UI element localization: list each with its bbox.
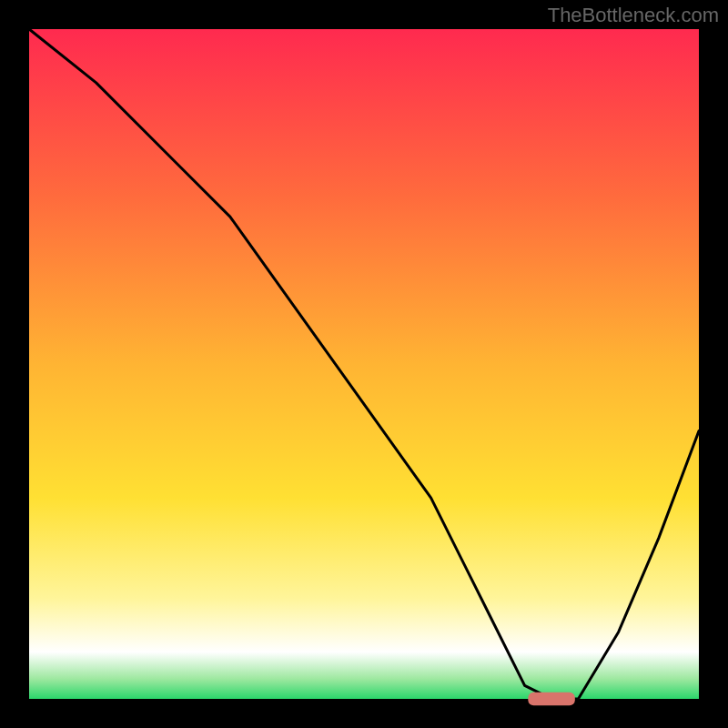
bottleneck-chart [0, 0, 728, 728]
watermark-label: TheBottleneck.com [548, 4, 719, 27]
optimal-marker [528, 693, 575, 706]
chart-container: TheBottleneck.com [0, 0, 728, 728]
plot-background [29, 29, 699, 699]
